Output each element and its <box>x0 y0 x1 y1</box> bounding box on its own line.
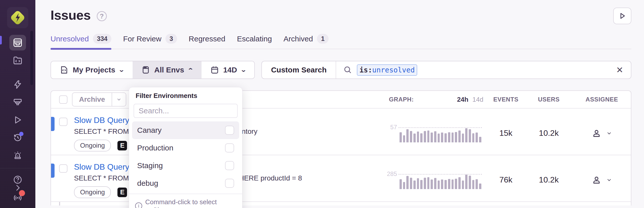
sidebar-item-alerts[interactable] <box>9 147 26 163</box>
tab-label: Archived <box>284 35 313 43</box>
environments-filter-button[interactable]: All Envs ⌄ <box>133 61 202 79</box>
archive-split-button: Archive <box>72 92 126 107</box>
issues-icon <box>12 37 23 48</box>
sidebar-scrollbar[interactable] <box>30 31 33 85</box>
assignee-dropdown[interactable] <box>573 175 631 185</box>
sidebar-item-releases[interactable] <box>9 112 26 128</box>
lightning-icon <box>13 80 23 90</box>
date-range-filter-label: 14D <box>223 66 237 74</box>
tab-regressed[interactable]: Regressed <box>189 34 225 49</box>
tab-for-review[interactable]: For Review 3 <box>123 34 177 49</box>
play-icon <box>618 12 627 20</box>
env-option-checkbox[interactable] <box>225 161 234 170</box>
footer-hint-text: Command-click to select multi… <box>145 198 236 208</box>
environments-filter-label: All Envs <box>154 66 184 74</box>
col-events-label: EVENTS <box>493 96 518 103</box>
env-option-canary[interactable]: Canary <box>132 121 239 139</box>
environment-search-box[interactable] <box>134 104 238 118</box>
chevron-down-icon <box>606 177 612 183</box>
sidebar-item-replays[interactable] <box>9 130 26 145</box>
sentry-logo-button[interactable] <box>7 7 28 28</box>
tab-label: Regressed <box>189 35 225 43</box>
row-checkbox[interactable] <box>59 118 67 126</box>
sidebar-item-issues[interactable] <box>9 35 26 50</box>
tab-count-badge: 3 <box>165 34 177 44</box>
info-icon: i <box>135 202 142 208</box>
sparkline-max-label: 285 <box>386 170 397 177</box>
env-option-checkbox[interactable] <box>225 126 234 135</box>
filter-toolbar: My Projects ⌄ All Envs ⌄ <box>51 61 631 79</box>
tab-label: Escalating <box>237 35 272 43</box>
row-checkbox[interactable] <box>59 164 67 173</box>
archive-button[interactable]: Archive <box>72 93 112 106</box>
env-option-checkbox[interactable] <box>225 143 234 152</box>
project-platform-icon: E <box>117 141 127 150</box>
tab-archived[interactable]: Archived 1 <box>284 34 329 49</box>
env-option-checkbox[interactable] <box>225 179 234 188</box>
env-option-label: Staging <box>137 161 163 170</box>
tab-label: Unresolved <box>51 35 89 43</box>
play-icon <box>13 115 23 125</box>
replays-notification-dot <box>19 132 23 136</box>
env-option-production[interactable]: Production <box>132 139 239 157</box>
assignee-dropdown[interactable] <box>573 128 631 138</box>
users-count: 10.2k <box>539 175 559 184</box>
projects-icon <box>60 65 69 74</box>
tab-count-badge: 1 <box>317 34 329 44</box>
tab-escalating[interactable]: Escalating <box>237 34 272 49</box>
graph-14d-toggle[interactable]: 14d <box>473 96 483 103</box>
sparkline-bars <box>400 174 481 189</box>
col-users-label: USERS <box>538 96 560 103</box>
tab-count-badge: 334 <box>93 34 112 44</box>
env-option-label: Production <box>137 144 173 152</box>
events-sparkline: 285 <box>389 174 483 186</box>
unread-indicator <box>51 164 55 178</box>
events-sparkline: 57 <box>389 127 483 139</box>
archive-dropdown-button[interactable] <box>112 93 126 106</box>
sparkline-bars <box>400 128 481 142</box>
help-icon[interactable]: ? <box>97 11 107 21</box>
clear-search-icon[interactable]: ✕ <box>616 65 631 75</box>
status-badge: Ongoing <box>74 140 111 151</box>
graph-24h-toggle[interactable]: 24h <box>457 96 468 103</box>
siren-icon <box>13 150 23 160</box>
page-filter-group: My Projects ⌄ All Envs ⌄ <box>51 61 255 79</box>
sidebar-item-expand[interactable] <box>0 183 35 192</box>
select-all-checkbox[interactable] <box>59 95 67 104</box>
projects-filter-button[interactable]: My Projects ⌄ <box>51 61 133 79</box>
sentry-logo-icon <box>8 8 27 27</box>
token-value: unresolved <box>372 66 415 74</box>
tab-unresolved[interactable]: Unresolved 334 <box>51 34 111 49</box>
sidebar <box>0 0 35 208</box>
search-token-is-unresolved[interactable]: is:unresolved <box>357 64 417 76</box>
token-key: is: <box>359 66 372 74</box>
active-nav-indicator <box>0 36 2 44</box>
date-range-filter-button[interactable]: 14D ⌄ <box>202 61 254 79</box>
sidebar-item-dashboards[interactable] <box>9 94 26 110</box>
search-panel: Custom Search is:unresolved ✕ <box>261 61 631 79</box>
env-option-staging[interactable]: Staging <box>132 157 239 174</box>
row-checkbox[interactable] <box>59 202 60 205</box>
replay-tour-button[interactable] <box>613 8 631 24</box>
page-header: Issues ? <box>51 0 631 24</box>
col-assignee-label: ASSIGNEE <box>586 96 618 103</box>
chevron-down-icon <box>116 97 122 102</box>
sidebar-item-performance[interactable] <box>9 77 26 92</box>
issue-metrics: 57 15k 10.2k <box>386 110 631 156</box>
env-option-debug[interactable]: debug <box>132 174 239 192</box>
issue-search-input[interactable]: is:unresolved <box>336 64 616 76</box>
custom-search-button[interactable]: Custom Search <box>262 66 336 74</box>
sidebar-item-explore[interactable] <box>9 53 26 68</box>
environment-search-input[interactable] <box>139 107 233 115</box>
projector-icon <box>13 97 23 107</box>
sidebar-divider <box>0 168 35 168</box>
chevron-right-icon <box>13 183 22 192</box>
calendar-icon <box>210 65 219 74</box>
assignee-user-icon <box>591 128 602 138</box>
events-count: 15k <box>499 128 512 138</box>
unread-indicator <box>51 117 55 131</box>
users-count: 10.2k <box>539 128 559 138</box>
col-graph-label: GRAPH: <box>389 96 414 103</box>
events-count: 76k <box>499 175 512 184</box>
folder-code-icon <box>12 55 23 66</box>
